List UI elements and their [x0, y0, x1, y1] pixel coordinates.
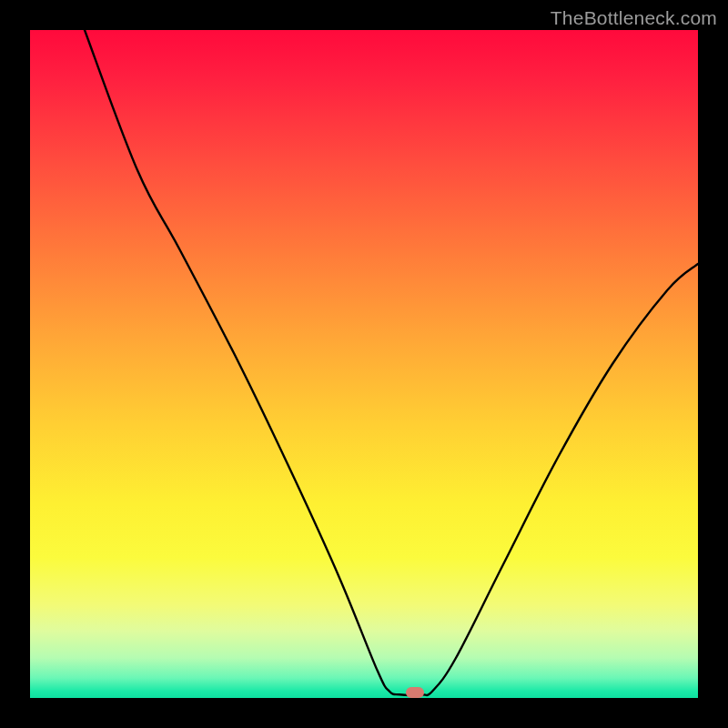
plot-area — [30, 30, 698, 698]
chart-frame: TheBottleneck.com — [0, 0, 728, 728]
optimal-point-marker — [406, 687, 424, 698]
watermark-text: TheBottleneck.com — [551, 7, 717, 29]
bottleneck-curve — [30, 30, 698, 698]
